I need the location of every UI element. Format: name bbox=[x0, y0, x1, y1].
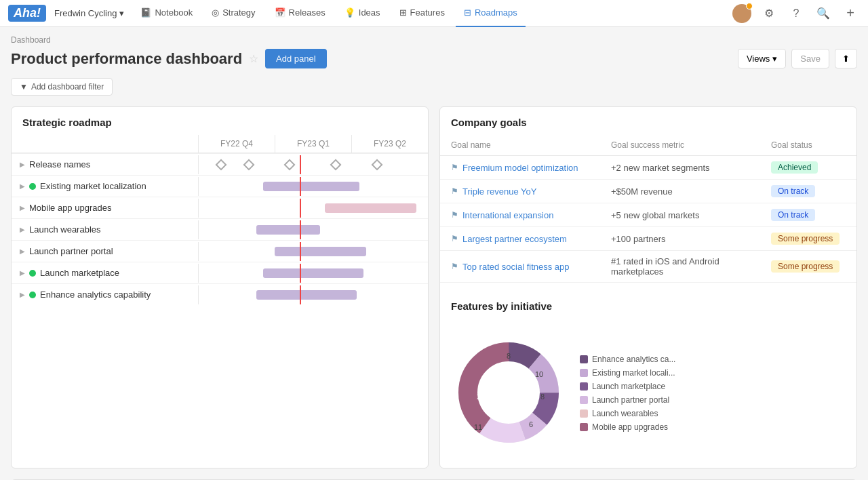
roadmaps-icon: ⊟ bbox=[464, 7, 471, 18]
donut-label-10: 10 bbox=[535, 370, 543, 378]
settings-icon[interactable]: ⚙ bbox=[760, 4, 778, 23]
page-content: Dashboard Product performance dashboard … bbox=[0, 27, 868, 480]
navigation: Aha! Fredwin Cycling ▾ 📓 Notebook ◎ Stra… bbox=[0, 0, 868, 27]
legend-label-marketplace: Launch marketplace bbox=[592, 382, 665, 391]
status-dot-green bbox=[29, 183, 36, 190]
help-icon[interactable]: ? bbox=[787, 4, 806, 23]
roadmap-row-localization: ▶ Existing market localization bbox=[12, 175, 428, 197]
roadmap-row-partner-portal: ▶ Launch partner portal bbox=[12, 240, 428, 262]
marketplace-text: Launch marketplace bbox=[40, 268, 119, 278]
chevron-right-icon: ▶ bbox=[20, 247, 25, 255]
quarter-fy22q4: FY22 Q4 bbox=[198, 135, 275, 153]
nav-notebook[interactable]: 📓 Notebook bbox=[132, 0, 201, 27]
avatar[interactable] bbox=[732, 4, 751, 23]
goal-metric-toprated: #1 rated in iOS and Android marketplaces bbox=[611, 256, 766, 277]
row-label-wearables: ▶ Launch wearables bbox=[12, 224, 198, 235]
add-panel-button[interactable]: Add panel bbox=[265, 49, 327, 68]
legend-color-localization bbox=[580, 369, 588, 377]
today-line bbox=[300, 264, 301, 283]
add-icon[interactable]: + bbox=[841, 4, 860, 23]
brand-selector[interactable]: Fredwin Cycling ▾ bbox=[54, 8, 124, 18]
flag-icon: ⚑ bbox=[451, 234, 458, 243]
localization-text: Existing market localization bbox=[40, 181, 146, 191]
today-line bbox=[300, 220, 301, 239]
partner-portal-bar-area bbox=[198, 242, 428, 261]
milestone-bar-area bbox=[198, 155, 428, 174]
legend-item-partner-portal: Launch partner portal bbox=[580, 395, 675, 405]
goals-row-toprated: ⚑ Top rated social fitness app #1 rated … bbox=[440, 251, 856, 283]
legend-item-analytics: Enhance analytics ca... bbox=[580, 355, 675, 364]
row-label-analytics: ▶ Enhance analytics capability bbox=[12, 289, 198, 300]
save-button[interactable]: Save bbox=[791, 49, 829, 68]
legend-item-mobile: Mobile app upgrades bbox=[580, 422, 675, 432]
add-filter-button[interactable]: ▼ Add dashboard filter bbox=[11, 78, 113, 96]
donut-label-6: 6 bbox=[529, 420, 533, 428]
status-badge-ontrack: On track bbox=[771, 209, 815, 221]
goal-name-freemium[interactable]: ⚑ Freemium model optimization bbox=[451, 163, 606, 173]
strategic-roadmap-panel: Strategic roadmap FY22 Q4 FY23 Q1 FY23 Q… bbox=[11, 106, 429, 468]
views-button[interactable]: Views ▾ bbox=[738, 49, 786, 68]
nav-strategy[interactable]: ◎ Strategy bbox=[203, 0, 263, 27]
donut-svg: 8 10 8 6 11 29 bbox=[451, 335, 566, 450]
nav-releases[interactable]: 📅 Releases bbox=[267, 0, 334, 27]
milestone-diamond-5 bbox=[371, 159, 382, 170]
today-line bbox=[300, 242, 301, 261]
goal-status-revenue: On track bbox=[771, 185, 846, 197]
legend-label-localization: Existing market locali... bbox=[592, 368, 675, 378]
goals-table-header: Goal name Goal success metric Goal statu… bbox=[440, 135, 856, 156]
wearables-text: Launch wearables bbox=[29, 224, 101, 235]
nav-releases-label: Releases bbox=[289, 7, 326, 18]
nav-roadmaps[interactable]: ⊟ Roadmaps bbox=[456, 0, 526, 27]
donut-label-29: 29 bbox=[477, 393, 485, 401]
legend-label-partner-portal: Launch partner portal bbox=[592, 395, 669, 405]
goal-metric-partner: +100 partners bbox=[611, 234, 766, 244]
breadcrumb: Dashboard bbox=[11, 35, 857, 45]
legend-color-wearables bbox=[580, 409, 588, 418]
header-right-actions: Views ▾ Save ⬆ bbox=[738, 49, 857, 68]
goal-name-revenue[interactable]: ⚑ Triple revenue YoY bbox=[451, 186, 606, 197]
row-label-marketplace: ▶ Launch marketplace bbox=[12, 268, 198, 278]
wearables-bar bbox=[256, 225, 321, 235]
legend-color-partner-portal bbox=[580, 396, 588, 404]
goal-name-partner[interactable]: ⚑ Largest partner ecosystem bbox=[451, 234, 606, 244]
company-goals-panel: Company goals Goal name Goal success met… bbox=[439, 106, 857, 468]
goal-name-text: Freemium model optimization bbox=[462, 163, 578, 173]
favorite-icon[interactable]: ☆ bbox=[249, 52, 258, 65]
search-icon[interactable]: 🔍 bbox=[814, 4, 833, 23]
status-dot-green bbox=[29, 270, 36, 277]
analytics-bar-area bbox=[198, 285, 428, 304]
status-badge-ontrack: On track bbox=[771, 185, 815, 197]
goal-metric-revenue: +$50M revenue bbox=[611, 186, 766, 197]
goal-name-intl[interactable]: ⚑ International expansion bbox=[451, 210, 606, 220]
goals-col-status: Goal status bbox=[771, 140, 846, 150]
goal-name-toprated[interactable]: ⚑ Top rated social fitness app bbox=[451, 262, 606, 272]
notification-badge bbox=[746, 3, 753, 9]
donut-label-8a: 8 bbox=[507, 352, 511, 360]
partner-portal-bar bbox=[275, 247, 366, 256]
releases-icon: 📅 bbox=[275, 7, 285, 18]
roadmap-row-wearables: ▶ Launch wearables bbox=[12, 218, 428, 240]
mobile-text: Mobile app upgrades bbox=[29, 203, 111, 213]
nav-features[interactable]: ⊞ Features bbox=[391, 0, 453, 27]
chevron-down-icon: ▾ bbox=[119, 8, 124, 18]
status-badge-someprogress: Some progress bbox=[771, 260, 840, 273]
nav-ideas[interactable]: 💡 Ideas bbox=[336, 0, 389, 27]
legend-label-analytics: Enhance analytics ca... bbox=[592, 355, 675, 364]
legend-color-analytics bbox=[580, 355, 588, 363]
flag-icon: ⚑ bbox=[451, 186, 458, 196]
roadmap-bottom-spacer bbox=[12, 305, 428, 316]
goals-col-name: Goal name bbox=[451, 140, 606, 150]
goals-panel-title: Company goals bbox=[440, 107, 856, 135]
legend-label-wearables: Launch wearables bbox=[592, 409, 658, 418]
chevron-right-icon: ▶ bbox=[20, 291, 25, 298]
chevron-right-icon: ▶ bbox=[20, 226, 25, 233]
goal-name-text: Largest partner ecosystem bbox=[462, 234, 567, 244]
nav-roadmaps-label: Roadmaps bbox=[475, 7, 517, 18]
export-button[interactable]: ⬆ bbox=[835, 49, 857, 68]
goal-name-text: Triple revenue YoY bbox=[462, 186, 536, 197]
legend-label-mobile: Mobile app upgrades bbox=[592, 422, 668, 432]
views-label: Views bbox=[747, 54, 770, 64]
goal-name-text: International expansion bbox=[462, 210, 553, 220]
goals-table: Goal name Goal success metric Goal statu… bbox=[440, 135, 856, 283]
release-names-text: Release names bbox=[29, 159, 90, 169]
